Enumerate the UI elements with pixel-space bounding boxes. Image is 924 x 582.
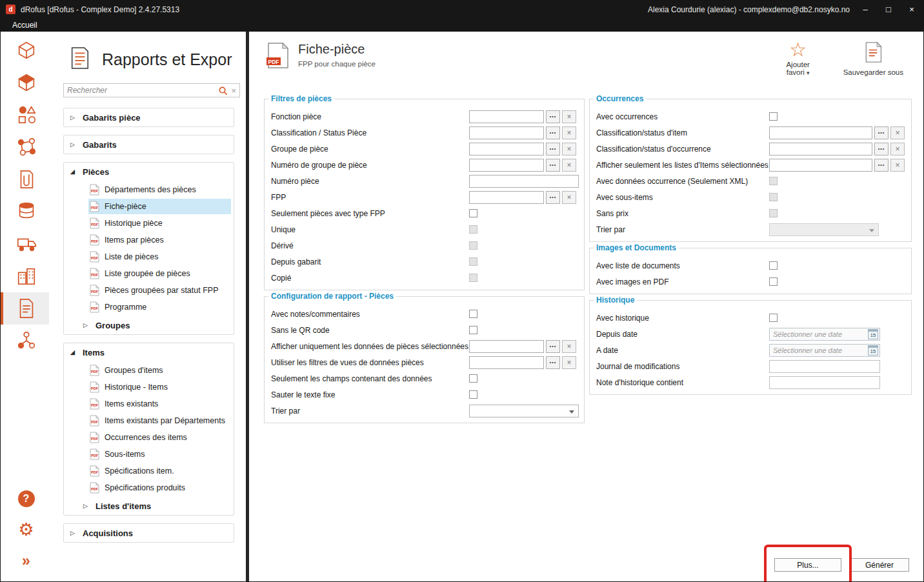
clear-field-button[interactable]: × xyxy=(890,143,905,156)
clear-field-button[interactable]: × xyxy=(562,159,576,172)
tree-folder-listes-d-items[interactable]: ▷Listes d'items xyxy=(64,497,234,515)
tree-section-header-gabarits[interactable]: ▷Gabarits xyxy=(64,135,234,154)
note-d-historique-contient-input[interactable] xyxy=(769,376,880,389)
close-icon[interactable]: × xyxy=(900,1,923,18)
sidebar-item-expand[interactable]: » xyxy=(1,545,49,576)
tree-item-specifications-item[interactable]: PDFSpécifications item. xyxy=(88,463,231,479)
journal-de-modifications-input[interactable] xyxy=(769,360,880,373)
tree-item-liste-de-pieces[interactable]: PDFListe de pièces xyxy=(88,249,231,265)
sidebar-item-systems[interactable] xyxy=(1,131,49,163)
avec-notes-commentaires-checkbox[interactable] xyxy=(469,310,477,318)
pdf-icon: PDF xyxy=(90,482,99,494)
tree-section-header-pieces[interactable]: ◢Pièces xyxy=(64,163,234,181)
clear-field-button[interactable]: × xyxy=(562,340,576,353)
tree-section-header-items[interactable]: ◢Items xyxy=(64,343,234,361)
search-input[interactable] xyxy=(67,86,215,95)
depuis-date-date-input[interactable]: Sélectionner une date15 xyxy=(769,328,880,341)
sidebar-item-settings[interactable]: ⚙ xyxy=(1,514,49,545)
seulement-les-champs-contenant-des-donnees-checkbox[interactable] xyxy=(469,374,477,383)
lookup-ellipsis-button[interactable]: ••• xyxy=(546,340,560,353)
minimize-icon[interactable]: – xyxy=(854,1,877,18)
clear-field-button[interactable]: × xyxy=(562,191,576,204)
tree-item-departements-des-pieces[interactable]: PDFDépartements des pièces xyxy=(88,182,231,197)
classification-status-d-item-input[interactable] xyxy=(769,126,872,139)
sidebar-item-data[interactable] xyxy=(1,196,49,228)
model-icon xyxy=(15,72,37,94)
utiliser-les-filtres-de-vues-de-donnees-pi-input[interactable] xyxy=(469,356,544,369)
tree-folder-groupes[interactable]: ▷Groupes xyxy=(64,316,234,334)
classification-status-piece-input[interactable] xyxy=(469,126,544,139)
tree-item-pieces-groupees-par-statut-fpp[interactable]: PDFPièces groupées par statut FPP xyxy=(88,283,231,298)
lookup-ellipsis-button[interactable]: ••• xyxy=(874,159,889,172)
tree-item-fiche-piece[interactable]: PDFFiche-pièce xyxy=(88,199,231,214)
tab-accueil[interactable]: Accueil xyxy=(12,21,37,30)
pdf-report-icon: PDF xyxy=(265,42,290,72)
clear-field-button[interactable]: × xyxy=(562,126,576,139)
sauter-le-texte-fixe-checkbox[interactable] xyxy=(469,390,477,399)
lookup-ellipsis-button[interactable]: ••• xyxy=(546,143,560,156)
numero-piece-input[interactable] xyxy=(469,175,579,188)
numero-de-groupe-de-piece-input[interactable] xyxy=(469,159,544,172)
more-button[interactable]: Plus... xyxy=(774,558,841,572)
clear-field-button[interactable]: × xyxy=(562,110,576,123)
tree-item-sous-items[interactable]: PDFSous-items xyxy=(88,447,231,462)
sidebar-item-logistics[interactable] xyxy=(1,228,49,260)
lookup-ellipsis-button[interactable]: ••• xyxy=(874,126,889,139)
lookup-ellipsis-button[interactable]: ••• xyxy=(546,110,560,123)
lookup-ellipsis-button[interactable]: ••• xyxy=(546,191,560,204)
avec-historique-checkbox[interactable] xyxy=(769,314,778,322)
lookup-ellipsis-button[interactable]: ••• xyxy=(546,126,560,139)
fpp-input[interactable] xyxy=(469,191,544,204)
clear-field-button[interactable]: × xyxy=(890,126,905,139)
sans-le-qr-code-checkbox[interactable] xyxy=(469,326,477,334)
fonction-piece-input[interactable] xyxy=(469,110,544,123)
tree-item-occurrences-des-items[interactable]: PDFOccurrences des items xyxy=(88,430,231,445)
lookup-ellipsis-button[interactable]: ••• xyxy=(546,159,560,172)
tree-item-label: Départements des pièces xyxy=(105,185,196,194)
tree-item-items-existants[interactable]: PDFItems existants xyxy=(88,396,231,412)
field-control xyxy=(469,241,579,250)
avec-occurrences-checkbox[interactable] xyxy=(769,112,778,121)
sidebar-item-buildings[interactable] xyxy=(1,260,49,292)
add-favorite-button[interactable]: ☆ Ajouter favori ▾ xyxy=(781,41,815,76)
field-label: Avec historique xyxy=(595,314,769,323)
field-label: Classification / Status Pièce xyxy=(270,128,469,137)
classification-status-d-occurrence-input[interactable] xyxy=(769,143,872,156)
maximize-icon[interactable]: □ xyxy=(877,1,900,18)
sidebar-item-help[interactable]: ? xyxy=(1,483,49,514)
tree-item-historique-piece[interactable]: PDFHistorique pièce xyxy=(88,216,231,231)
search-clear-icon[interactable]: × xyxy=(231,86,236,95)
trier-par-select[interactable] xyxy=(469,405,579,417)
clear-field-button[interactable]: × xyxy=(890,159,905,172)
tree-item-specifications-produits[interactable]: PDFSpécifications produits xyxy=(88,480,231,496)
lookup-ellipsis-button[interactable]: ••• xyxy=(874,143,889,156)
tree-item-liste-groupee-de-pieces[interactable]: PDFListe groupée de pièces xyxy=(88,266,231,281)
tree-section-header-gabarits-piece[interactable]: ▷Gabarits pièce xyxy=(64,108,234,126)
lookup-ellipsis-button[interactable]: ••• xyxy=(546,356,560,369)
tree-item-historique-items[interactable]: PDFHistorique - Items xyxy=(88,379,231,395)
afficher-seulement-les-listes-d-items-sele-input[interactable] xyxy=(769,159,872,172)
afficher-uniquement-les-donnees-de-pieces--input[interactable] xyxy=(469,340,544,353)
generate-button[interactable]: Générer xyxy=(850,558,909,572)
sidebar-item-reports[interactable] xyxy=(1,292,49,325)
sidebar-item-rooms[interactable] xyxy=(1,34,49,66)
a-date-date-input[interactable]: Sélectionner une date15 xyxy=(769,344,880,357)
sidebar-item-model[interactable] xyxy=(1,66,49,99)
sidebar-item-items[interactable] xyxy=(1,99,49,131)
sidebar-item-organization[interactable] xyxy=(1,325,49,357)
avec-images-en-pdf-checkbox[interactable] xyxy=(769,277,778,286)
clear-field-button[interactable]: × xyxy=(562,143,576,156)
tree-item-programme[interactable]: PDFProgramme xyxy=(88,299,231,315)
search-icon[interactable] xyxy=(218,86,228,95)
save-as-button[interactable]: Sauvegarder sous xyxy=(843,41,903,76)
tree-item-items-existants-par-departements[interactable]: PDFItems existants par Départements xyxy=(88,413,231,428)
tree-section-header-acquisitions[interactable]: ▷Acquisitions xyxy=(64,524,234,542)
groupe-de-piece-input[interactable] xyxy=(469,143,544,156)
tree-item-groupes-d-items[interactable]: PDFGroupes d'items xyxy=(88,363,231,378)
clear-field-button[interactable]: × xyxy=(562,356,576,369)
seulement-pieces-avec-type-fpp-checkbox[interactable] xyxy=(469,209,477,217)
sidebar-item-attachments[interactable] xyxy=(1,163,49,196)
avec-liste-de-documents-checkbox[interactable] xyxy=(769,261,778,270)
tree-item-items-par-pieces[interactable]: PDFItems par pièces xyxy=(88,232,231,248)
rooms-icon xyxy=(15,39,37,61)
